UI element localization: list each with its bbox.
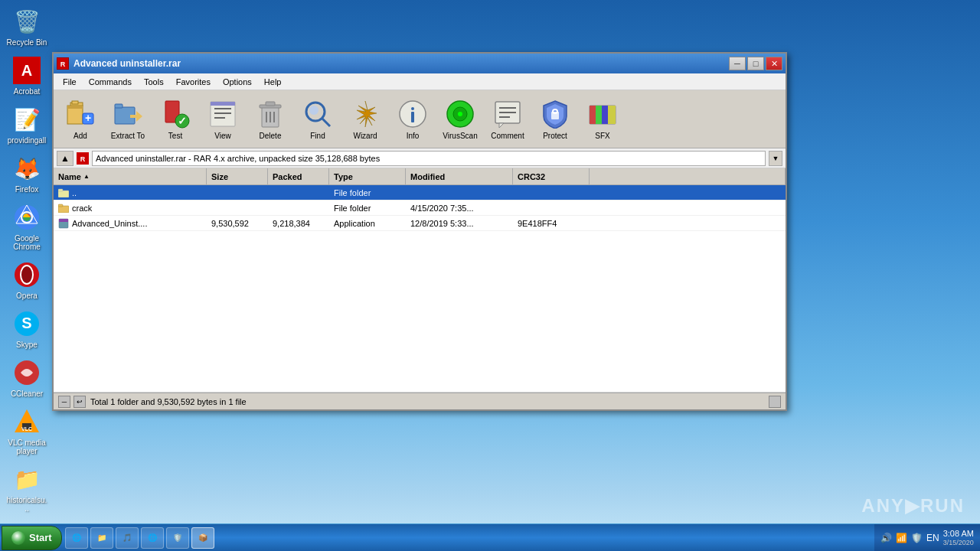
menu-tools[interactable]: Tools — [138, 76, 170, 88]
file-crc-cell — [513, 201, 590, 215]
start-button[interactable]: Start — [2, 526, 62, 550]
desktop-icon-recycle-bin[interactable]: 🗑️ Recycle Bin — [4, 4, 50, 49]
taskbar-item-shield[interactable]: 🛡️ — [166, 527, 189, 549]
maximize-button[interactable]: □ — [747, 57, 764, 70]
window-controls: ─ □ ✕ — [729, 57, 782, 70]
historicalsums-label: historicalsu... — [6, 496, 47, 513]
folder-icon — [58, 203, 69, 214]
info-button[interactable]: Info — [390, 93, 435, 145]
protect-button[interactable]: Protect — [533, 93, 577, 145]
file-packed-cell — [268, 201, 329, 215]
comment-button[interactable]: Comment — [485, 93, 530, 145]
col-crc32[interactable]: CRC32 — [513, 168, 590, 184]
table-row[interactable]: Advanced_Uninst.... 9,530,592 9,218,384 … — [54, 216, 786, 231]
address-dropdown[interactable]: ▼ — [769, 151, 782, 166]
winrar-taskbar-icon: 📦 — [198, 533, 207, 542]
col-packed[interactable]: Packed — [268, 168, 329, 184]
virusscan-button[interactable]: VirusScan — [438, 93, 482, 145]
menu-options[interactable]: Options — [217, 76, 258, 88]
desktop-icon-ccleaner[interactable]: CCleaner — [4, 355, 50, 400]
resize-handle[interactable] — [769, 396, 781, 408]
svg-text:R: R — [60, 60, 66, 68]
winrar-app-icon: R — [57, 57, 69, 70]
desktop-icon-opera[interactable]: Opera — [4, 257, 50, 302]
menu-favorites[interactable]: Favorites — [170, 76, 217, 88]
menu-commands[interactable]: Commands — [83, 76, 138, 88]
desktop-icon-historicalsums[interactable]: 📁 historicalsu... — [4, 461, 50, 515]
taskbar-item-chrome[interactable]: 🌐 — [141, 527, 164, 549]
explorer-icon: 📁 — [97, 533, 106, 542]
desktop-icon-skype[interactable]: S Skype — [4, 306, 50, 351]
taskbar-item-media[interactable]: 🎵 — [116, 527, 139, 549]
file-name-cell: Advanced_Uninst.... — [54, 216, 207, 230]
acrobat-label: Acrobat — [14, 87, 40, 96]
svg-point-42 — [411, 107, 414, 110]
ccleaner-label: CCleaner — [11, 390, 43, 398]
add-button[interactable]: + Add — [58, 93, 103, 145]
address-icon: R — [77, 152, 89, 165]
file-type-cell: File folder — [329, 185, 406, 200]
taskbar-items: 🌐 📁 🎵 🌐 🛡️ 📦 — [62, 524, 874, 551]
status-icon-undo[interactable]: ↩ — [74, 396, 86, 408]
tray-network-icon[interactable]: 📶 — [896, 533, 907, 543]
svg-rect-16 — [72, 101, 78, 104]
view-label: View — [214, 132, 231, 140]
svg-text:R: R — [80, 155, 86, 163]
menu-file[interactable]: File — [57, 76, 83, 88]
table-row[interactable]: crack File folder 4/15/2020 7:35... — [54, 201, 786, 216]
tray-security-icon[interactable]: 🛡️ — [911, 533, 923, 543]
col-size[interactable]: Size — [207, 168, 268, 184]
svg-marker-48 — [499, 123, 504, 128]
col-modified[interactable]: Modified — [406, 168, 513, 184]
svg-rect-58 — [608, 106, 616, 124]
wizard-button[interactable]: Wizard — [343, 93, 387, 145]
desktop-icon-providingall[interactable]: 📝 providingall — [4, 102, 50, 147]
back-button[interactable]: ▲ — [57, 151, 74, 166]
file-extra-cell — [590, 216, 786, 230]
sfx-button[interactable]: SFX — [580, 93, 625, 145]
extract-to-button[interactable]: Extract To — [106, 93, 150, 145]
svg-text:✓: ✓ — [178, 115, 187, 127]
address-input[interactable] — [92, 151, 766, 166]
desktop-icon-acrobat[interactable]: A Acrobat — [4, 53, 50, 98]
extract-to-label: Extract To — [111, 132, 145, 140]
svg-rect-55 — [590, 106, 596, 124]
test-button[interactable]: ✓ Test — [153, 93, 198, 145]
app-icon — [58, 218, 69, 229]
delete-button[interactable]: Delete — [248, 93, 292, 145]
file-list: Name ▲ Size Packed Type Modified CRC32 — [54, 168, 786, 393]
taskbar-item-explorer[interactable]: 📁 — [90, 527, 113, 549]
svg-rect-57 — [602, 106, 608, 124]
comment-label: Comment — [491, 132, 524, 140]
menu-help[interactable]: Help — [258, 76, 288, 88]
tray-volume-icon[interactable]: 🔊 — [880, 533, 892, 543]
status-icon-minus[interactable]: ─ — [58, 396, 70, 408]
svg-rect-61 — [58, 191, 69, 197]
desktop-icon-firefox[interactable]: 🦊 Firefox — [4, 151, 50, 196]
google-chrome-label: Google Chrome — [6, 234, 47, 251]
svg-rect-64 — [58, 204, 63, 207]
minimize-button[interactable]: ─ — [729, 57, 746, 70]
taskbar-item-ie[interactable]: 🌐 — [65, 527, 88, 549]
file-packed-cell — [268, 185, 329, 200]
close-button[interactable]: ✕ — [766, 57, 782, 70]
test-label: Test — [168, 132, 182, 140]
col-type[interactable]: Type — [329, 168, 406, 184]
svg-rect-63 — [58, 206, 69, 213]
desktop-icon-vlc[interactable]: VLC VLC media player — [4, 404, 50, 458]
file-packed-cell: 9,218,384 — [268, 216, 329, 230]
tray-language-icon[interactable]: EN — [926, 533, 939, 543]
col-name[interactable]: Name ▲ — [54, 168, 207, 184]
svg-point-40 — [309, 106, 318, 115]
view-button[interactable]: View — [201, 93, 245, 145]
tray-clock[interactable]: 3:08 AM 3/15/2020 — [943, 528, 974, 548]
desktop-icon-google-chrome[interactable]: Google Chrome — [4, 200, 50, 253]
chrome-taskbar-icon: 🌐 — [148, 533, 157, 542]
taskbar-item-winrar[interactable]: 📦 — [191, 527, 214, 549]
file-size-cell — [207, 185, 268, 200]
find-button[interactable]: Find — [296, 93, 340, 145]
file-extra-cell — [590, 185, 786, 200]
table-row[interactable]: .. File folder — [54, 185, 786, 201]
file-size-cell — [207, 201, 268, 215]
file-list-header: Name ▲ Size Packed Type Modified CRC32 — [54, 168, 786, 185]
